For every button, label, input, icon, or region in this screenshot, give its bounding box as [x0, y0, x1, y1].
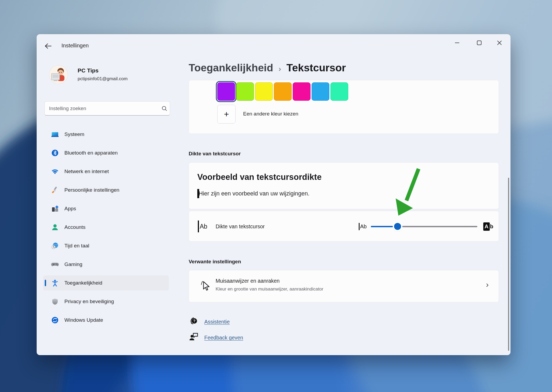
sidebar-item-label: Systeem — [64, 131, 84, 137]
sidebar-item-system[interactable]: Systeem — [43, 127, 169, 142]
close-icon — [497, 40, 502, 46]
network-wifi-icon — [51, 168, 59, 175]
minimize-icon — [454, 40, 460, 46]
preview-title: Voorbeeld van tekstcursordikte — [197, 172, 322, 182]
sidebar-nav: Systeem Bluetooth en apparaten Netwerk e… — [43, 127, 169, 328]
window-title: Instellingen — [61, 43, 89, 49]
sidebar-item-label: Bluetooth en apparaten — [64, 150, 118, 156]
sidebar-item-network[interactable]: Netwerk en internet — [43, 164, 169, 179]
selected-indicator-pill — [45, 280, 46, 286]
assistance-link[interactable]: ? Assistentie — [189, 316, 230, 328]
thick-block-cursor-icon: A — [483, 222, 490, 231]
thin-caret-icon — [359, 223, 360, 230]
sidebar-item-time-language[interactable]: Tijd en taal — [43, 238, 169, 253]
breadcrumb-separator-icon: › — [279, 65, 281, 73]
search-input[interactable] — [45, 106, 159, 111]
chevron-right-icon: › — [486, 280, 489, 289]
gaming-icon — [51, 261, 59, 268]
sidebar-item-personalization[interactable]: Persoonlijke instellingen — [43, 183, 169, 198]
svg-text:?: ? — [193, 319, 196, 323]
search-icon[interactable] — [159, 106, 170, 111]
preview-text: Hier zijn een voorbeeld van uw wijziging… — [199, 190, 309, 197]
back-button[interactable] — [43, 41, 54, 51]
color-swatch-yellow[interactable] — [255, 82, 273, 101]
desktop: { "titlebar": { "app_title": "Instelling… — [0, 0, 552, 392]
preview-line: Hier zijn een voorbeeld van uw wijziging… — [197, 189, 309, 198]
sidebar-item-windows-update[interactable]: Windows Update — [43, 313, 169, 328]
thickness-slider-card: Ab Dikte van tekstcursor Ab A b — [189, 211, 499, 242]
plus-icon: + — [224, 109, 229, 119]
thickness-slider-fill — [371, 226, 398, 227]
avatar-illustration — [49, 65, 68, 84]
close-button[interactable] — [491, 37, 508, 49]
sidebar-item-accounts[interactable]: Accounts — [43, 220, 169, 235]
color-swatch-lime[interactable] — [236, 82, 254, 101]
breadcrumb: Toegankelijkheid › Tekstcursor — [189, 62, 346, 74]
profile-email: pctipsinfo01@gmail.com — [78, 76, 127, 82]
sidebar-item-apps[interactable]: Apps — [43, 201, 169, 216]
accounts-icon — [51, 223, 59, 231]
settings-window: Instellingen PC Tips pctipsinfo01@gmail.… — [37, 34, 510, 355]
sidebar-item-label: Persoonlijke instellingen — [64, 187, 119, 193]
assistance-link-label[interactable]: Assistentie — [204, 319, 230, 325]
windows-update-icon — [51, 316, 59, 324]
related-item-title: Muisaanwijzer en aanraken — [216, 278, 280, 284]
sidebar-item-gaming[interactable]: Gaming — [43, 257, 169, 272]
color-swatch-orange[interactable] — [274, 82, 292, 101]
thickness-preview-card: Voorbeeld van tekstcursordikte Hier zijn… — [189, 162, 499, 209]
sidebar-item-label: Apps — [64, 206, 76, 212]
shield-icon — [51, 298, 59, 305]
time-language-icon — [51, 242, 59, 250]
accessibility-icon — [51, 279, 59, 287]
maximize-icon — [477, 40, 482, 46]
related-section-heading: Verwante instellingen — [189, 259, 241, 265]
related-mouse-pointer-row[interactable]: Muisaanwijzer en aanraken Kleur en groot… — [189, 270, 499, 302]
profile-name: PC Tips — [78, 67, 99, 74]
cursor-color-card: + Een andere kleur kiezen — [189, 80, 499, 134]
sidebar-item-label: Netwerk en internet — [64, 169, 109, 174]
sidebar-item-label: Windows Update — [64, 317, 103, 323]
mouse-pointer-icon — [200, 280, 212, 293]
color-swatch-mint[interactable] — [330, 82, 348, 101]
system-icon — [51, 131, 59, 138]
apps-icon — [51, 205, 59, 212]
add-color-label[interactable]: Een andere kleur kiezen — [243, 111, 298, 117]
sidebar-item-label: Privacy en beveiliging — [64, 299, 114, 304]
thickness-slider-track[interactable] — [371, 226, 477, 227]
page-title: Tekstcursor — [287, 62, 346, 74]
help-headset-icon: ? — [189, 316, 199, 328]
maximize-button[interactable] — [471, 37, 488, 49]
sidebar-item-privacy[interactable]: Privacy en beveiliging — [43, 294, 169, 309]
search-box[interactable] — [44, 101, 170, 116]
color-swatch-blue[interactable] — [312, 82, 329, 101]
sidebar-item-label: Accounts — [64, 224, 85, 230]
sidebar-item-label: Tijd en taal — [64, 243, 89, 249]
sidebar-item-label: Gaming — [64, 261, 82, 267]
minimize-button[interactable] — [448, 37, 466, 49]
sidebar-item-label: Toegankelijkheid — [64, 280, 102, 286]
thin-caret-icon — [198, 220, 199, 232]
color-swatch-magenta[interactable] — [293, 82, 310, 101]
slider-min-icon: Ab — [359, 223, 367, 230]
slider-max-icon: A b — [483, 222, 493, 231]
thickness-section-heading: Dikte van tekstcursor — [189, 151, 241, 157]
paintbrush-icon — [51, 186, 59, 194]
sidebar-item-bluetooth[interactable]: Bluetooth en apparaten — [43, 145, 169, 160]
bluetooth-icon — [51, 149, 59, 157]
add-color-button[interactable]: + — [217, 105, 236, 124]
feedback-person-icon — [189, 332, 199, 344]
cursor-thickness-icon: Ab — [198, 220, 207, 232]
avatar[interactable] — [49, 65, 68, 84]
feedback-link[interactable]: Feedback geven — [189, 332, 243, 344]
back-arrow-icon — [45, 43, 52, 49]
related-item-subtitle: Kleur en grootte van muisaanwijzer, aanr… — [216, 286, 323, 292]
breadcrumb-parent[interactable]: Toegankelijkheid — [189, 62, 273, 74]
thickness-slider-handle[interactable] — [394, 223, 401, 230]
sidebar-item-accessibility[interactable]: Toegankelijkheid — [43, 275, 169, 290]
feedback-link-label[interactable]: Feedback geven — [204, 335, 243, 341]
slider-row-label: Dikte van tekstcursor — [216, 223, 265, 230]
vertical-scrollbar[interactable] — [508, 178, 509, 351]
color-swatch-purple[interactable] — [217, 82, 235, 101]
